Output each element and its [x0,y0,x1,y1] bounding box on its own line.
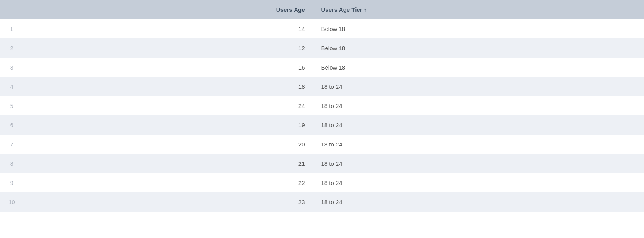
users-age-tier-cell: 18 to 24 [314,96,644,115]
table-row: 114Below 18 [0,19,644,38]
users-age-cell: 19 [24,115,314,135]
table-row: 61918 to 24 [0,115,644,135]
users-age-tier-cell: 18 to 24 [314,192,644,212]
row-number-cell: 2 [0,38,24,58]
table-row: 92218 to 24 [0,173,644,192]
row-number-cell: 10 [0,192,24,212]
table-row: 72018 to 24 [0,135,644,154]
users-age-cell: 24 [24,96,314,115]
users-age-tier-cell: 18 to 24 [314,135,644,154]
users-age-tier-column-header[interactable]: Users Age Tier ↑ [314,0,644,19]
row-number-cell: 4 [0,77,24,96]
users-age-cell: 18 [24,77,314,96]
row-number-cell: 5 [0,96,24,115]
row-num-header [0,0,24,19]
table-row: 316Below 18 [0,58,644,77]
row-number-cell: 6 [0,115,24,135]
users-age-tier-cell: Below 18 [314,19,644,38]
table-row: 52418 to 24 [0,96,644,115]
row-number-cell: 8 [0,154,24,173]
table-row: 212Below 18 [0,38,644,58]
row-number-cell: 1 [0,19,24,38]
users-age-tier-cell: 18 to 24 [314,173,644,192]
table-header-row: Users Age Users Age Tier ↑ [0,0,644,19]
row-number-cell: 9 [0,173,24,192]
users-age-tier-cell: 18 to 24 [314,77,644,96]
table-row: 41818 to 24 [0,77,644,96]
users-age-cell: 23 [24,192,314,212]
row-number-cell: 3 [0,58,24,77]
table-row: 82118 to 24 [0,154,644,173]
users-age-cell: 21 [24,154,314,173]
table-container: Users Age Users Age Tier ↑ 114Below 1821… [0,0,644,238]
row-number-cell: 7 [0,135,24,154]
users-age-column-header: Users Age [24,0,314,19]
users-age-tier-cell: Below 18 [314,58,644,77]
users-age-tier-cell: Below 18 [314,38,644,58]
users-age-cell: 16 [24,58,314,77]
users-age-cell: 14 [24,19,314,38]
users-age-cell: 20 [24,135,314,154]
table-row: 102318 to 24 [0,192,644,212]
data-table: Users Age Users Age Tier ↑ 114Below 1821… [0,0,644,212]
sort-ascending-icon: ↑ [364,7,366,13]
users-age-tier-cell: 18 to 24 [314,154,644,173]
users-age-cell: 22 [24,173,314,192]
users-age-cell: 12 [24,38,314,58]
table-body: 114Below 18212Below 18316Below 1841818 t… [0,19,644,212]
users-age-tier-cell: 18 to 24 [314,115,644,135]
